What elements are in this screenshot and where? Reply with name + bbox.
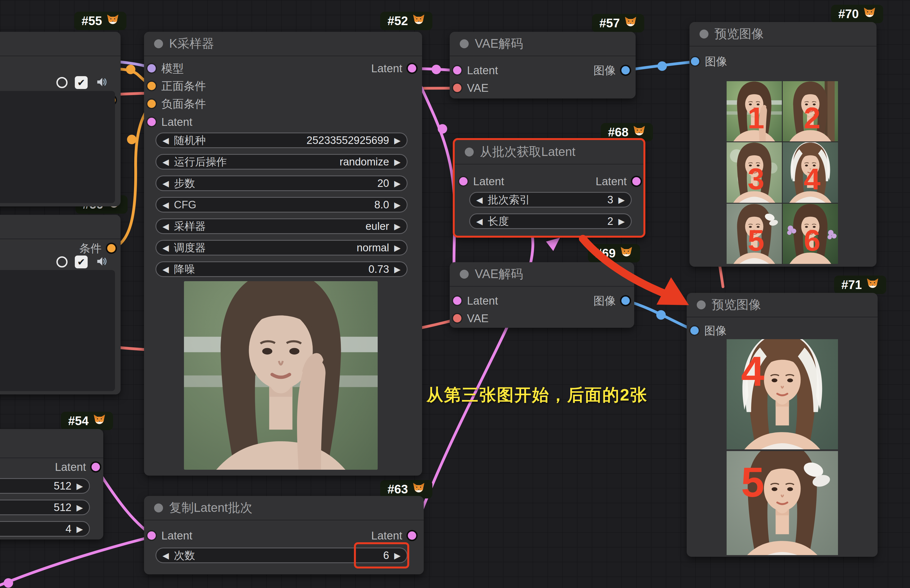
output-slot-conditioning[interactable]: 条件 <box>79 241 115 256</box>
input-slot-vae[interactable]: VAE <box>453 80 489 96</box>
increment-arrow-icon[interactable]: ▶ <box>394 265 401 274</box>
latent-output-dot[interactable] <box>632 177 641 186</box>
increment-arrow-icon[interactable]: ▶ <box>394 200 401 210</box>
decrement-arrow-icon[interactable]: ◀ <box>476 195 483 205</box>
node-header[interactable]: 复制Latent批次 <box>144 496 424 520</box>
reroute-dot[interactable] <box>432 65 441 74</box>
decrement-arrow-icon[interactable]: ◀ <box>162 221 169 231</box>
latent-input-dot[interactable] <box>453 297 461 305</box>
node-repeat-latent-batch[interactable]: 复制Latent批次 Latent Latent ◀次数6▶ <box>144 496 424 574</box>
collapse-dot[interactable] <box>460 270 469 279</box>
node-header[interactable] <box>0 429 103 458</box>
input-slot-latent[interactable]: Latent <box>147 114 192 130</box>
image-output-dot[interactable] <box>621 297 630 305</box>
mute-controls[interactable]: ✔ <box>57 255 109 269</box>
node-vae-decode-bottom[interactable]: VAE解码 Latent 图像 VAE <box>450 262 634 328</box>
latent-input-dot[interactable] <box>459 177 468 186</box>
collapse-dot[interactable] <box>465 147 474 157</box>
collapse-dot[interactable] <box>154 504 163 512</box>
node-preview-image-batch[interactable]: 预览图像 图像 123456 <box>690 22 876 267</box>
bypass-radio-icon[interactable] <box>57 77 68 88</box>
widget-采样器[interactable]: ◀采样器euler▶ <box>155 218 408 234</box>
conditioning-input-dot[interactable] <box>147 82 156 90</box>
widget-长度[interactable]: ◀长度2▶ <box>469 213 632 229</box>
node-header[interactable]: 从批次获取Latent <box>455 140 643 165</box>
latent-output-dot[interactable] <box>92 463 100 471</box>
widget-步数[interactable]: ◀步数20▶ <box>155 176 408 191</box>
input-slot-image[interactable]: 图像 <box>691 53 727 69</box>
output-slot-latent[interactable]: Latent <box>55 459 100 475</box>
image-input-dot[interactable] <box>691 57 699 66</box>
enable-checkbox[interactable]: ✔ <box>75 76 87 89</box>
input-slot-latent[interactable]: Latent <box>453 63 498 78</box>
decrement-arrow-icon[interactable]: ◀ <box>162 243 169 253</box>
reroute-dot[interactable] <box>126 65 135 74</box>
decrement-arrow-icon[interactable]: ◀ <box>162 200 169 210</box>
output-slot-image[interactable]: 图像 <box>593 293 630 309</box>
collapse-dot[interactable] <box>154 39 163 48</box>
input-slot-positive[interactable]: 正面条件 <box>147 78 206 94</box>
node-preview-image-selected[interactable]: 预览图像 图像 4 5 <box>687 293 878 557</box>
image-input-dot[interactable] <box>690 326 699 335</box>
decrement-arrow-icon[interactable]: ◀ <box>162 265 169 274</box>
output-slot-image[interactable]: 图像 <box>593 63 630 78</box>
input-slot-latent[interactable]: Latent <box>459 173 504 189</box>
input-slot-latent[interactable]: Latent <box>147 528 192 543</box>
node-vae-decode-top[interactable]: VAE解码 Latent 图像 VAE <box>450 32 636 99</box>
node-header[interactable]: 预览图像 <box>687 293 878 317</box>
decrement-arrow-icon[interactable]: ◀ <box>162 179 169 188</box>
widget-value[interactable]: 512▶ <box>0 478 90 494</box>
latent-input-dot[interactable] <box>147 531 156 540</box>
collapse-dot[interactable] <box>460 39 469 48</box>
widget-随机种[interactable]: ◀随机种25233552925699▶ <box>155 132 408 148</box>
reroute-dot[interactable] <box>3 578 13 588</box>
prompt-text-area[interactable] <box>0 270 115 391</box>
vae-input-dot[interactable] <box>453 84 461 92</box>
increment-arrow-icon[interactable]: ▶ <box>394 243 401 253</box>
mute-controls[interactable]: ✔ <box>57 76 109 89</box>
decrement-arrow-icon[interactable]: ◀ <box>476 216 483 226</box>
increment-arrow-icon[interactable]: ▶ <box>76 481 83 491</box>
reroute-dot[interactable] <box>657 61 667 71</box>
increment-arrow-icon[interactable]: ▶ <box>394 179 401 188</box>
conditioning-output-dot[interactable] <box>107 244 115 252</box>
enable-checkbox[interactable]: ✔ <box>75 255 87 268</box>
node-empty-latent[interactable]: Latent 512▶512▶4▶ <box>0 429 103 540</box>
node-latent-from-batch[interactable]: 从批次获取Latent Latent Latent ◀批次索引3▶◀长度2▶ <box>453 138 645 237</box>
bypass-radio-icon[interactable] <box>57 256 68 268</box>
prompt-text-area[interactable] <box>0 91 115 203</box>
latent-output-dot[interactable] <box>408 531 416 540</box>
collapse-dot[interactable] <box>697 300 706 309</box>
node-header[interactable] <box>0 215 121 239</box>
decrement-arrow-icon[interactable]: ◀ <box>162 157 169 167</box>
widget-value[interactable]: 4▶ <box>0 521 90 537</box>
input-slot-vae[interactable]: VAE <box>453 310 489 326</box>
increment-arrow-icon[interactable]: ▶ <box>618 216 625 226</box>
widget-运行后操作[interactable]: ◀运行后操作randomize▶ <box>155 154 408 170</box>
increment-arrow-icon[interactable]: ▶ <box>76 524 83 534</box>
increment-arrow-icon[interactable]: ▶ <box>76 502 83 512</box>
widget-批次索引[interactable]: ◀批次索引3▶ <box>469 192 632 208</box>
output-slot-latent[interactable]: Latent <box>371 528 416 543</box>
reroute-dot[interactable] <box>438 124 447 134</box>
output-slot-latent[interactable]: Latent <box>596 173 641 189</box>
widget-CFG[interactable]: ◀CFG8.0▶ <box>155 197 408 213</box>
node-clip-encode-negative[interactable]: 条件 ✔ <box>0 215 121 394</box>
vae-input-dot[interactable] <box>453 314 461 323</box>
latent-input-dot[interactable] <box>453 66 461 74</box>
reroute-dot[interactable] <box>656 310 666 320</box>
input-slot-latent[interactable]: Latent <box>453 293 498 309</box>
model-input-dot[interactable] <box>147 64 156 73</box>
comfyui-canvas[interactable]: { "palette":{ "pink":"#e886e8","orange":… <box>0 0 910 588</box>
node-ksampler[interactable]: K采样器 模型 Latent 正面条件 负面条件 Latent ◀随机种2523… <box>144 32 422 476</box>
node-header[interactable]: VAE解码 <box>450 32 636 57</box>
node-clip-encode-positive[interactable]: 条件 ✔ <box>0 32 121 207</box>
widget-调度器[interactable]: ◀调度器normal▶ <box>155 240 408 255</box>
widget-降噪[interactable]: ◀降噪0.73▶ <box>155 262 408 277</box>
decrement-arrow-icon[interactable]: ◀ <box>162 136 169 145</box>
increment-arrow-icon[interactable]: ▶ <box>618 195 625 205</box>
node-header[interactable]: VAE解码 <box>450 262 634 287</box>
input-slot-model[interactable]: 模型 <box>147 61 184 76</box>
collapse-dot[interactable] <box>700 29 708 39</box>
image-output-dot[interactable] <box>621 66 630 74</box>
